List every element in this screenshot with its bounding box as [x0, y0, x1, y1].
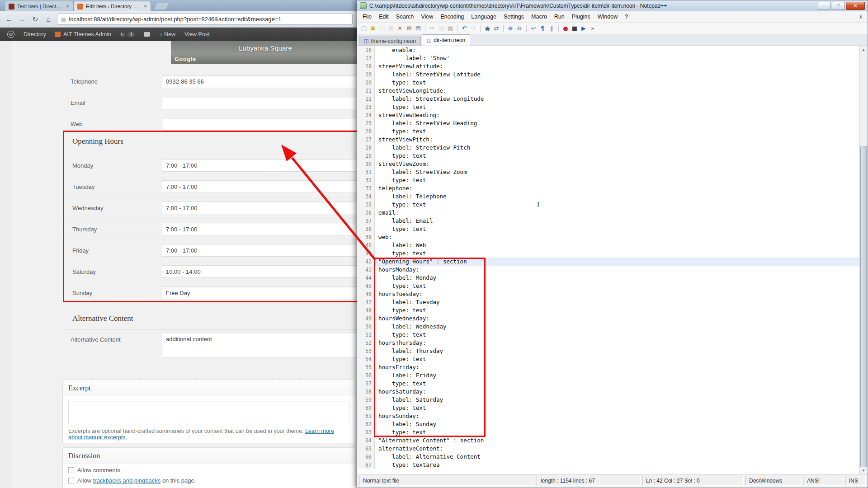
line-number: 63 [358, 428, 375, 436]
admin-bar-view-post[interactable]: View Post [180, 28, 214, 41]
doc-tab-theme-config[interactable]: ◫ theme-config.neon [359, 36, 421, 46]
admin-bar-ait-themes[interactable]: AIT Themes Admin [51, 28, 116, 41]
toolbar-icon[interactable] [558, 25, 559, 32]
copy-icon[interactable]: ▥ [437, 24, 445, 33]
indent-guide-icon[interactable]: ‖ [547, 24, 556, 33]
maximize-icon[interactable]: □ [832, 2, 845, 10]
back-icon[interactable]: ← [5, 15, 14, 23]
close-icon[interactable]: ✕ [846, 2, 865, 10]
hours-input[interactable] [162, 223, 357, 235]
menu-item[interactable]: Search [392, 12, 418, 21]
home-icon[interactable]: ⌂ [44, 15, 53, 23]
wp-logo-menu[interactable]: W [3, 28, 19, 41]
reload-icon[interactable]: ↻ [31, 15, 40, 23]
toolbar-icon[interactable] [503, 25, 504, 32]
save-icon[interactable]: ◫ [378, 24, 386, 33]
menu-item[interactable]: View [417, 12, 437, 21]
excerpt-textarea[interactable] [68, 401, 349, 424]
scroll-up-icon[interactable]: ▲ [860, 46, 867, 53]
admin-bar-comments[interactable] [139, 28, 155, 41]
line-text: streetViewZoom: [375, 160, 859, 168]
menu-item[interactable]: File [359, 12, 375, 21]
admin-bar-new[interactable]: + New [155, 28, 180, 41]
minimize-icon[interactable]: – [818, 2, 831, 10]
redo-icon[interactable]: ↷ [469, 24, 477, 33]
scroll-down-icon[interactable]: ▼ [860, 467, 867, 474]
tab-title: Test Item | Directory [17, 4, 63, 9]
hours-input[interactable] [162, 180, 357, 193]
menu-item[interactable]: Encoding [437, 12, 467, 21]
code-line: 38 type: text [358, 225, 859, 233]
close-all-icon[interactable]: ⊠ [405, 24, 413, 33]
replace-icon[interactable]: ⇄ [492, 24, 500, 33]
trackbacks-link[interactable]: trackbacks and pingbacks [93, 477, 161, 484]
field-input[interactable] [162, 118, 357, 131]
menu-item[interactable]: Edit [375, 12, 392, 21]
toolbar-icon[interactable] [526, 25, 527, 32]
field-input[interactable] [162, 75, 357, 88]
line-text: label: Wednesday [375, 323, 859, 331]
hours-input[interactable] [162, 159, 357, 172]
doc-tab-dir-item[interactable]: ◫ dir-item.neon [422, 34, 470, 46]
word-wrap-icon[interactable]: ↩ [529, 24, 538, 33]
line-number: 43 [358, 266, 375, 274]
toolbar-icon[interactable] [425, 25, 425, 32]
hours-input[interactable] [162, 202, 357, 214]
address-bar[interactable]: ▤ localhost:88/ait/directory/wp-admin/po… [57, 14, 353, 25]
zoom-in-icon[interactable]: ⊕ [506, 24, 514, 33]
code-line: 25 label: StreetView Heading [358, 119, 859, 127]
menu-item[interactable]: ? [621, 12, 632, 21]
cut-icon[interactable]: ✂ [428, 24, 436, 33]
menu-item[interactable]: Settings [500, 12, 528, 21]
tab-close-icon[interactable]: × [66, 3, 69, 9]
open-folder-icon[interactable]: ▣ [369, 24, 377, 33]
toolbar-icon[interactable] [457, 25, 458, 32]
forward-icon[interactable]: → [18, 15, 27, 23]
paste-icon[interactable]: ▧ [446, 24, 454, 33]
menu-item[interactable]: Run [551, 12, 568, 21]
allow-comments-checkbox[interactable] [68, 467, 74, 473]
line-text: hoursThursday: [375, 339, 859, 347]
scrollbar-thumb[interactable] [860, 146, 867, 467]
line-number: 38 [358, 225, 375, 233]
macro-play-icon[interactable]: ▶ [580, 24, 588, 33]
alt-content-textarea[interactable] [162, 333, 357, 357]
zoom-out-icon[interactable]: ⊖ [515, 24, 524, 33]
show-all-characters-icon[interactable]: ¶ [538, 24, 547, 33]
admin-bar-updates[interactable]: ↻ 1 [116, 28, 140, 41]
undo-icon[interactable]: ↶ [460, 24, 468, 33]
code-line: 19 label: StreetView Latitude [358, 70, 859, 79]
admin-bar-site-name[interactable]: Directory [19, 28, 51, 41]
field-input[interactable] [162, 97, 357, 109]
code-line: 26 type: text [358, 127, 859, 136]
menu-item[interactable]: Macro [528, 12, 551, 21]
hours-input[interactable] [162, 286, 357, 299]
menu-item[interactable]: Language [467, 12, 500, 21]
close-file-icon[interactable]: ✕ [396, 24, 404, 33]
tab-close-icon[interactable]: × [144, 3, 147, 9]
code-line: 64 "Alternative Content" : section [358, 436, 859, 445]
macro-run-multiple-icon[interactable]: » [589, 24, 597, 33]
menu-item[interactable]: Window [594, 12, 621, 21]
find-icon[interactable]: ◉ [483, 24, 491, 33]
browser-tab-test-item[interactable]: Test Item | Directory × [5, 1, 73, 11]
toolbar-icon[interactable] [480, 25, 481, 32]
window-titlebar[interactable]: C:\xampp\htdocs\ait\directory\wp-content… [357, 0, 868, 11]
macro-record-icon[interactable]: ● [561, 24, 570, 33]
menu-item[interactable]: Plugins [568, 12, 594, 21]
allow-trackbacks-checkbox[interactable] [68, 478, 74, 483]
print-icon[interactable]: ▤ [414, 24, 422, 33]
new-file-icon[interactable]: ▢ [360, 24, 368, 33]
hours-input[interactable] [162, 244, 357, 257]
browser-tab-edit-item[interactable]: Edit item ‹ Directory — W × [73, 1, 151, 11]
hours-input[interactable] [162, 265, 357, 278]
document-close-icon[interactable]: x [859, 14, 866, 20]
vertical-scrollbar[interactable]: ▲ ▼ [859, 46, 867, 474]
code-editor[interactable]: 16 enable: 17 label: 'Show' 18 streetVie… [358, 46, 859, 474]
section-divider [63, 329, 357, 330]
new-tab-button[interactable] [154, 3, 169, 9]
line-number: 35 [358, 201, 375, 209]
macro-stop-icon[interactable]: ■ [571, 24, 579, 33]
line-number: 57 [358, 380, 375, 388]
save-all-icon[interactable]: ▦ [387, 24, 395, 33]
